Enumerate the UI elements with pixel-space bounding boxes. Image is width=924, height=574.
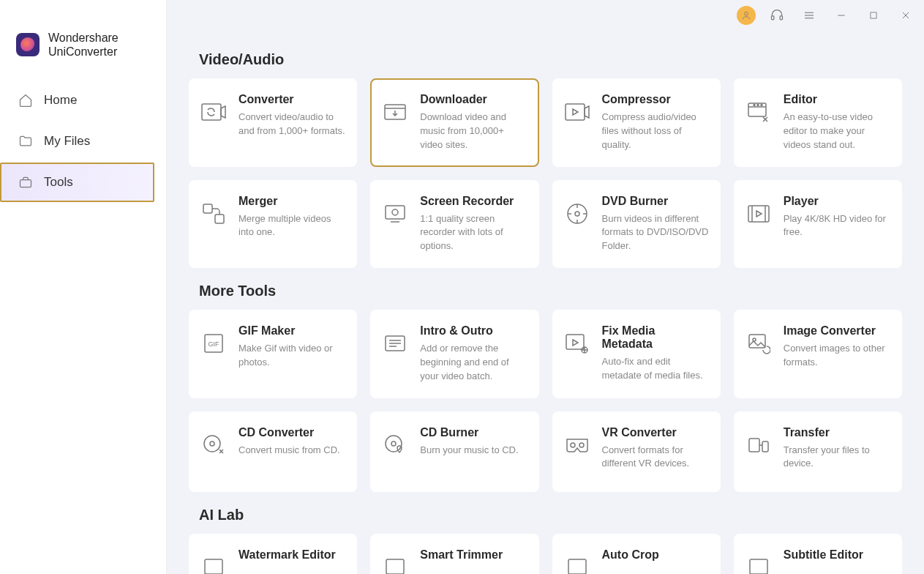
card-fix-media-metadata[interactable]: Fix Media Metadata Auto-fix and edit met… <box>552 310 721 398</box>
svg-point-21 <box>757 105 759 106</box>
window-maximize-button[interactable] <box>863 4 884 26</box>
sidebar-item-label: Tools <box>44 175 73 190</box>
svg-rect-25 <box>386 206 405 219</box>
card-desc: Convert music from CD. <box>238 444 345 458</box>
card-desc: Merge multiple videos into one. <box>238 212 345 240</box>
card-dvd-burner[interactable]: DVD Burner Burn videos in different form… <box>552 180 721 269</box>
player-icon <box>744 199 773 228</box>
card-title: Editor <box>784 93 890 106</box>
brand-text: Wondershare UniConverter <box>48 31 119 59</box>
section-title-more-tools: More Tools <box>199 283 906 299</box>
card-converter[interactable]: Converter Convert video/audio to and fro… <box>189 78 357 167</box>
window-minimize-button[interactable] <box>830 4 852 26</box>
card-title: Watermark Editor <box>238 548 345 562</box>
cd-burner-icon <box>380 430 410 460</box>
brand: Wondershare UniConverter <box>0 13 166 79</box>
svg-marker-41 <box>573 340 578 346</box>
svg-point-49 <box>386 436 402 452</box>
watermark-icon <box>199 553 228 574</box>
card-desc: An easy-to-use video editor to make your… <box>784 111 890 152</box>
sidebar-item-home[interactable]: Home <box>0 81 166 120</box>
svg-point-48 <box>210 441 214 446</box>
card-compressor[interactable]: Compressor Compress audio/video files wi… <box>552 78 721 167</box>
dvd-burner-icon <box>563 199 592 228</box>
card-desc: Convert video/audio to and from 1,000+ f… <box>238 111 345 138</box>
window-close-button[interactable] <box>895 4 917 26</box>
svg-rect-23 <box>203 204 212 213</box>
card-desc: Auto-fix and edit metadate of media file… <box>602 355 709 383</box>
support-headset-icon[interactable] <box>766 4 788 26</box>
svg-point-26 <box>392 209 398 215</box>
svg-point-52 <box>579 443 584 447</box>
svg-marker-33 <box>756 211 762 217</box>
card-transfer[interactable]: Transfer Transfer your files to device. <box>734 411 902 492</box>
crop-icon <box>563 553 592 574</box>
card-title: Transfer <box>784 426 890 439</box>
card-desc: Compress audio/video files without loss … <box>602 111 709 152</box>
card-title: CD Burner <box>420 426 527 439</box>
svg-point-29 <box>575 212 579 216</box>
card-merger[interactable]: Merger Merge multiple videos into one. <box>189 180 357 269</box>
gif-icon: GIF <box>199 329 228 358</box>
card-desc: Download video and music from 10,000+ vi… <box>420 111 527 152</box>
card-title: VR Converter <box>602 426 709 439</box>
hamburger-menu-icon[interactable] <box>798 4 820 26</box>
card-title: Merger <box>238 195 345 208</box>
card-title: DVD Burner <box>602 195 709 208</box>
card-cd-converter[interactable]: CD Converter Convert music from CD. <box>189 411 357 492</box>
card-screen-recorder[interactable]: Screen Recorder 1:1 quality screen recor… <box>370 180 538 269</box>
card-desc: 1:1 quality screen recorder with lots of… <box>420 212 527 254</box>
card-desc: Convert formats for different VR devices… <box>602 444 709 471</box>
svg-marker-17 <box>573 109 578 115</box>
sidebar-item-label: Home <box>44 93 77 108</box>
download-icon <box>380 97 410 127</box>
titlebar <box>737 4 917 26</box>
sidebar-item-label: My Files <box>44 134 90 149</box>
grid-more-tools: GIF GIF Maker Make Gif with video or pho… <box>184 310 906 492</box>
card-title: Subtitle Editor <box>784 548 890 562</box>
grid-video-audio: Converter Convert video/audio to and fro… <box>184 78 906 268</box>
svg-point-1 <box>745 12 748 15</box>
card-image-converter[interactable]: Image Converter Convert images to other … <box>734 310 902 398</box>
user-avatar-icon[interactable] <box>737 6 756 25</box>
svg-point-20 <box>754 105 755 106</box>
svg-rect-24 <box>215 215 224 223</box>
card-auto-crop[interactable]: Auto Crop <box>552 534 721 574</box>
card-title: Smart Trimmer <box>420 548 527 562</box>
card-title: Downloader <box>420 93 527 106</box>
svg-rect-0 <box>20 180 31 187</box>
card-gif-maker[interactable]: GIF GIF Maker Make Gif with video or pho… <box>189 310 357 398</box>
screen-recorder-icon <box>380 199 410 228</box>
card-title: GIF Maker <box>238 324 345 338</box>
card-title: Image Converter <box>784 324 890 338</box>
svg-rect-55 <box>205 559 222 574</box>
sidebar-item-my-files[interactable]: My Files <box>0 122 166 161</box>
intro-outro-icon <box>380 329 410 358</box>
sidebar: Wondershare UniConverter Home My Files T… <box>0 0 167 574</box>
card-subtitle-editor[interactable]: Subtitle Editor <box>734 534 902 574</box>
sidebar-item-tools[interactable]: Tools <box>0 163 154 202</box>
card-intro-outro[interactable]: Intro & Outro Add or remove the beginnin… <box>370 310 538 398</box>
section-title-video-audio: Video/Audio <box>199 51 906 68</box>
card-editor[interactable]: Editor An easy-to-use video editor to ma… <box>734 78 902 167</box>
card-watermark-editor[interactable]: Watermark Editor <box>189 534 357 574</box>
card-vr-converter[interactable]: VR Converter Convert formats for differe… <box>552 411 721 492</box>
toolbox-icon <box>18 174 34 190</box>
svg-rect-40 <box>566 335 584 349</box>
cd-converter-icon <box>199 430 228 460</box>
vr-icon <box>563 430 592 460</box>
svg-point-50 <box>391 441 396 446</box>
card-downloader[interactable]: Downloader Download video and music from… <box>370 78 538 167</box>
transfer-icon <box>744 430 773 460</box>
card-desc: Make Gif with video or photos. <box>238 342 345 370</box>
card-title: Compressor <box>602 93 709 106</box>
trimmer-icon <box>380 553 410 574</box>
card-title: CD Converter <box>238 426 345 439</box>
card-desc: Burn your music to CD. <box>420 444 527 458</box>
svg-point-47 <box>204 436 220 452</box>
card-smart-trimmer[interactable]: Smart Trimmer <box>370 534 538 574</box>
card-cd-burner[interactable]: CD Burner Burn your music to CD. <box>370 411 538 492</box>
svg-rect-56 <box>386 559 404 574</box>
card-player[interactable]: Player Play 4K/8K HD video for free. <box>734 180 902 269</box>
card-title: Intro & Outro <box>420 324 527 338</box>
